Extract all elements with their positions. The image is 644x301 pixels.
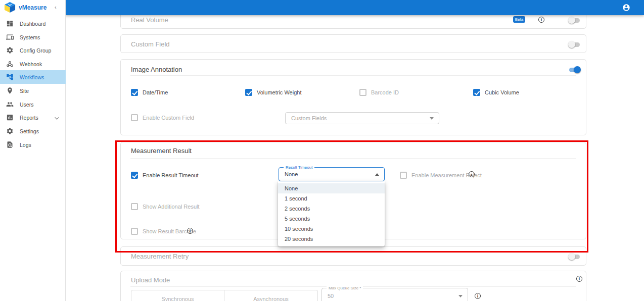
checkbox-date-time[interactable]: Date/Time — [131, 89, 168, 96]
real-volume-title: Real Volume — [131, 16, 168, 24]
devices-icon — [6, 33, 14, 41]
divider — [130, 75, 576, 76]
sidebar: vMeasure ‹ Dashboard Systems Config Grou… — [0, 0, 66, 301]
dashboard-icon — [6, 20, 14, 27]
bar-chart-icon — [6, 114, 14, 121]
image-annotation-toggle[interactable] — [568, 66, 581, 73]
config-gear-icon — [6, 46, 14, 54]
checkbox-enable-result-timeout[interactable]: Enable Result Timeout — [131, 172, 199, 179]
real-volume-info-icon[interactable] — [538, 17, 544, 23]
checkbox-enable-custom-field: Enable Custom Field — [131, 114, 194, 121]
chevron-up-icon — [375, 173, 379, 176]
checkbox-icon — [131, 172, 138, 179]
chevron-down-icon — [458, 295, 463, 297]
sidebar-item-dashboard[interactable]: Dashboard — [0, 17, 66, 30]
dropdown-option-20-seconds[interactable]: 20 seconds — [278, 234, 385, 244]
doc-search-icon — [6, 141, 14, 148]
custom-fields-select: Custom Fields — [285, 112, 439, 124]
sidebar-item-settings[interactable]: Settings — [0, 124, 66, 138]
sidebar-item-workflows[interactable]: Workflows — [0, 70, 66, 84]
result-timeout-select[interactable]: Result Timeout None — [279, 167, 385, 181]
checkbox-show-result-barcode: Show Result Barcode — [131, 228, 196, 235]
measurement-reject-info-icon[interactable] — [469, 171, 475, 177]
result-timeout-label: Result Timeout — [284, 165, 314, 170]
result-barcode-info-icon[interactable] — [187, 228, 193, 234]
custom-field-toggle[interactable] — [568, 41, 581, 48]
upload-mode-info-icon[interactable] — [576, 276, 582, 282]
result-timeout-dropdown: None 1 second 2 seconds 5 seconds 10 sec… — [278, 181, 385, 246]
workflow-tree-icon — [6, 73, 14, 81]
dropdown-option-none[interactable]: None — [278, 183, 385, 193]
app-window: vMeasure ‹ Dashboard Systems Config Grou… — [0, 0, 644, 301]
custom-field-title: Custom Field — [131, 40, 170, 48]
checkbox-volumetric-weight[interactable]: Volumetric Weight — [245, 89, 301, 96]
vmeasure-logo-icon — [4, 2, 16, 13]
upload-mode-title: Upload Mode — [131, 276, 170, 284]
chevron-down-icon — [430, 117, 434, 120]
max-queue-size-label: Max Queue Size * — [327, 286, 363, 290]
checkbox-icon — [245, 89, 252, 96]
real-volume-toggle[interactable] — [568, 17, 581, 24]
checkbox-icon — [359, 89, 366, 96]
image-annotation-title: Image Annotation — [131, 66, 182, 73]
checkbox-icon — [131, 203, 138, 210]
checkbox-icon — [131, 114, 138, 121]
divider — [130, 158, 576, 159]
dropdown-option-1-second[interactable]: 1 second — [278, 193, 385, 204]
sidebar-item-reports[interactable]: Reports — [0, 111, 66, 124]
sidebar-item-logs[interactable]: Logs — [0, 138, 66, 152]
sidebar-item-site[interactable]: Site — [0, 84, 66, 97]
gear-icon — [6, 127, 14, 135]
checkbox-cubic-volume[interactable]: Cubic Volume — [473, 89, 519, 96]
measurement-retry-title: Measurement Retry — [131, 253, 189, 260]
brand-name: vMeasure — [19, 4, 47, 11]
sidebar-item-webhook[interactable]: Webhook — [0, 57, 66, 71]
checkbox-icon — [131, 228, 138, 235]
asynchronous-button[interactable]: Asynchronous — [224, 290, 318, 301]
measurement-retry-toggle[interactable] — [568, 253, 581, 260]
max-queue-size-info-icon[interactable] — [475, 293, 481, 299]
image-annotation-card: Image Annotation Date/Time Volumetric We… — [120, 59, 586, 135]
dropdown-option-2-seconds[interactable]: 2 seconds — [278, 204, 385, 214]
people-icon — [6, 101, 14, 108]
dropdown-option-5-seconds[interactable]: 5 seconds — [278, 214, 385, 224]
sidebar-item-systems[interactable]: Systems — [0, 30, 66, 44]
upload-mode-card: Upload Mode Synchronous Asynchronous Max… — [120, 271, 586, 301]
checkbox-icon — [131, 89, 138, 96]
location-pin-icon — [6, 87, 14, 94]
sidebar-item-users[interactable]: Users — [0, 97, 66, 111]
sidebar-item-config-group[interactable]: Config Group — [0, 43, 66, 57]
measurement-retry-card: Measurement Retry — [120, 246, 586, 266]
sidebar-collapse-icon[interactable]: ‹ — [55, 4, 57, 10]
checkbox-barcode-id: Barcode ID — [359, 89, 399, 96]
chevron-down-icon — [55, 115, 59, 119]
checkbox-show-additional-result: Show Additional Result — [131, 203, 200, 210]
custom-field-card: Custom Field — [120, 34, 586, 53]
beta-badge: Beta — [513, 16, 525, 23]
dropdown-option-10-seconds[interactable]: 10 seconds — [278, 224, 385, 234]
top-app-bar — [65, 0, 644, 15]
synchronous-button[interactable]: Synchronous — [131, 290, 224, 301]
account-circle-icon[interactable] — [622, 4, 630, 12]
max-queue-size-select[interactable]: Max Queue Size * 50 — [321, 288, 468, 301]
max-queue-size-value: 50 — [328, 293, 334, 299]
measurement-result-title: Measurement Result — [131, 147, 192, 155]
checkbox-icon — [473, 89, 480, 96]
checkbox-icon — [400, 172, 407, 179]
webhook-icon — [6, 60, 14, 68]
result-timeout-value: None — [285, 171, 298, 177]
brand-row: vMeasure ‹ — [0, 0, 65, 15]
